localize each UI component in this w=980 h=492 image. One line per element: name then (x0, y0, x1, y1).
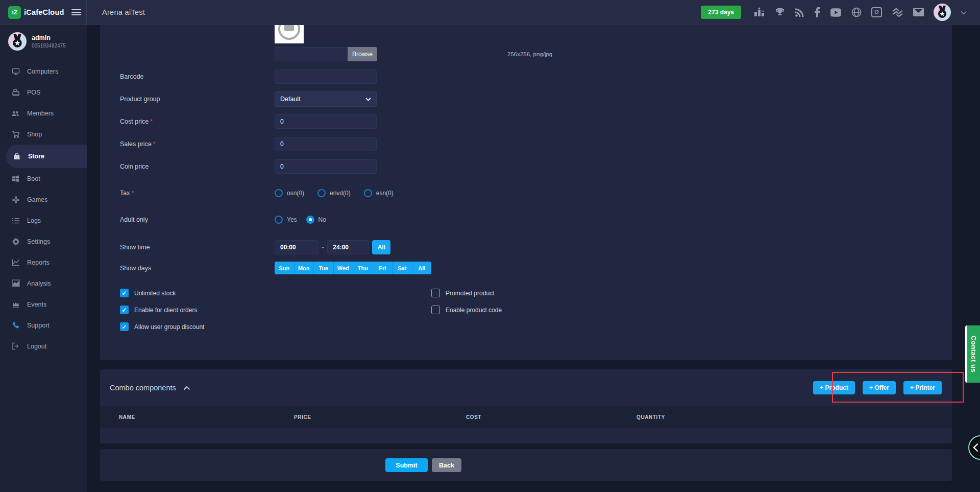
sidebar-item-games[interactable]: Games (0, 189, 87, 210)
user-panel[interactable]: admin 005193482475 (0, 25, 87, 56)
cost-price-input[interactable] (275, 114, 377, 129)
day-button-mon[interactable]: Mon (295, 262, 314, 274)
user-avatar[interactable] (934, 4, 951, 21)
day-button-sat[interactable]: Sat (393, 262, 412, 274)
youtube-icon[interactable] (830, 8, 842, 17)
mail-icon[interactable] (913, 8, 924, 16)
sidebar-item-support[interactable]: Support (0, 315, 87, 336)
crown-icon (11, 300, 20, 309)
checkbox-promoted-product[interactable]: Promoted product (431, 289, 502, 297)
checkbox-allow-user-group-discount[interactable]: ✓ Allow user group discount (120, 322, 431, 331)
sidebar-item-logout[interactable]: Logout (0, 336, 87, 357)
sidebar-item-computers[interactable]: Computers (0, 61, 87, 82)
chevron-up-icon[interactable] (183, 386, 190, 390)
adult-only-yes[interactable]: Yes (275, 216, 297, 224)
rss-icon[interactable] (795, 8, 804, 17)
icafecloud-logo-icon: i2 (8, 6, 21, 19)
cost-price-row: Cost price* (120, 114, 952, 129)
checkbox-enable-product-code[interactable]: Enable product code (431, 306, 502, 314)
tax-row: Tax* osn(0) envd(0) esn(0) (120, 189, 952, 197)
tax-option-osn[interactable]: osn(0) (275, 189, 304, 197)
show-days-strip: Sun Mon Tue Wed Thu Fri Sat All (275, 262, 431, 274)
sidebar-item-events[interactable]: Events (0, 294, 87, 315)
layers-icon[interactable] (892, 8, 903, 17)
sidebar-item-label: Events (27, 301, 46, 308)
day-button-fri[interactable]: Fri (373, 262, 393, 274)
add-offer-button[interactable]: + Offer (863, 381, 896, 394)
radio-icon (317, 189, 326, 197)
sidebar-item-label: Members (27, 110, 54, 117)
show-time-from-input[interactable] (275, 240, 318, 254)
form-actions-card: Submit Back (100, 449, 952, 481)
product-group-row: Product group Default (120, 91, 952, 107)
product-group-value: Default (280, 96, 301, 103)
brand-area: i2 iCafeCloud (0, 0, 87, 25)
sales-price-input[interactable] (275, 137, 377, 151)
checkbox-unlimited-stock[interactable]: ✓ Unlimited stock (120, 289, 431, 297)
coin-price-input[interactable] (275, 159, 377, 174)
show-days-row: Show days Sun Mon Tue Wed Thu Fri Sat Al… (120, 262, 952, 274)
day-button-sun[interactable]: Sun (275, 262, 295, 274)
checkbox-enable-client-orders[interactable]: ✓ Enable for client orders (120, 306, 431, 314)
sidebar: admin 005193482475 Computers POS (0, 25, 87, 492)
area-chart-icon (11, 279, 20, 288)
browse-button[interactable]: Browse (348, 47, 377, 61)
required-asterisk: * (153, 140, 156, 148)
combo-table-header: NAME PRICE COST QUANTITY (100, 406, 952, 428)
add-printer-button[interactable]: + Printer (903, 381, 942, 394)
cost-price-label: Cost price (120, 118, 149, 125)
sidebar-item-analysis[interactable]: Analysis (0, 273, 87, 294)
contact-us-tab[interactable]: Contact us (965, 325, 980, 383)
product-image-preview[interactable] (275, 25, 304, 43)
chevron-left-icon (973, 443, 978, 452)
submit-button[interactable]: Submit (385, 458, 428, 472)
barcode-input[interactable] (275, 69, 377, 84)
combo-buttons: + Product + Offer + Printer (813, 381, 942, 394)
svg-text:i2: i2 (874, 9, 879, 15)
show-time-row: Show time - All (120, 240, 952, 254)
list-icon (11, 216, 20, 225)
brand-name: iCafeCloud (24, 8, 64, 16)
tax-option-esn[interactable]: esn(0) (364, 189, 394, 197)
people-icon (11, 109, 20, 118)
day-button-wed[interactable]: Wed (334, 262, 354, 274)
tax-option-envd[interactable]: envd(0) (317, 189, 351, 197)
chevron-down-icon[interactable] (961, 8, 967, 17)
day-button-all[interactable]: All (412, 262, 432, 274)
radio-icon (364, 189, 372, 197)
license-days-badge[interactable]: 273 days (701, 6, 741, 19)
camera-icon (284, 25, 294, 31)
image-file-input[interactable] (275, 47, 348, 61)
barcode-label: Barcode (120, 73, 275, 80)
trophy-icon[interactable] (775, 7, 785, 17)
sidebar-item-logs[interactable]: Logs (0, 210, 87, 231)
sidebar-item-boot[interactable]: Boot (0, 168, 87, 189)
image-size-hint: 256x256, png/jpg (507, 51, 552, 57)
gear-icon (11, 237, 20, 246)
sidebar-item-reports[interactable]: Reports (0, 252, 87, 273)
adult-only-label: Adult only (120, 216, 275, 223)
globe-icon[interactable] (851, 7, 862, 17)
sidebar-item-label: Shop (27, 131, 42, 138)
product-form-card: Browse 256x256, png/jpg Barcode Product … (100, 25, 952, 360)
icafecloud-mark-icon[interactable]: i2 (871, 7, 882, 17)
combo-components-title[interactable]: Combo components (110, 384, 190, 392)
back-button[interactable]: Back (432, 458, 461, 472)
radio-checked-icon (306, 216, 314, 224)
product-group-select[interactable]: Default (275, 91, 377, 107)
day-button-thu[interactable]: Thu (353, 262, 373, 274)
show-time-to-input[interactable] (327, 240, 369, 254)
add-product-button[interactable]: + Product (813, 381, 855, 394)
day-button-tue[interactable]: Tue (314, 262, 334, 274)
sidebar-item-pos[interactable]: POS (0, 82, 87, 103)
show-time-all-button[interactable]: All (372, 240, 390, 254)
sidebar-item-store[interactable]: Store (6, 145, 87, 168)
facebook-icon[interactable] (814, 7, 820, 17)
adult-only-no[interactable]: No (306, 216, 326, 224)
sidebar-item-members[interactable]: Members (0, 103, 87, 124)
ranking-icon[interactable] (754, 7, 765, 17)
sidebar-item-settings[interactable]: Settings (0, 231, 87, 252)
required-asterisk: * (150, 118, 153, 125)
sidebar-item-shop[interactable]: Shop (0, 124, 87, 145)
hamburger-menu-icon[interactable] (71, 8, 81, 17)
